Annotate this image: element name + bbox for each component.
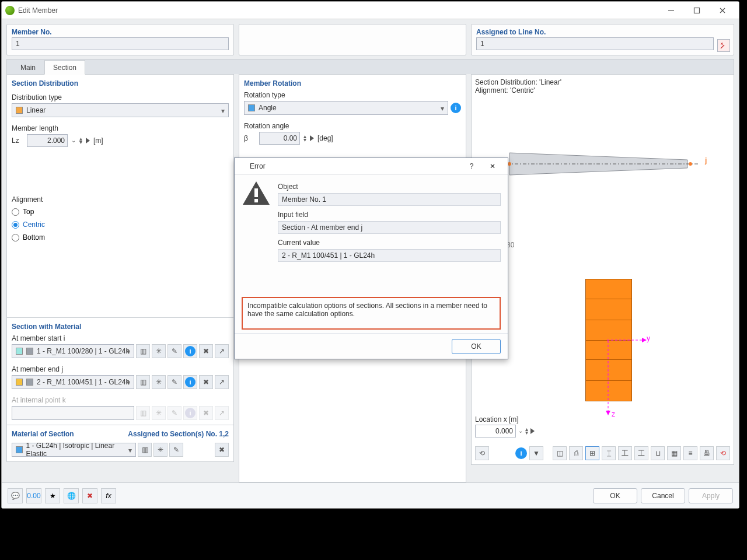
svg-rect-14 <box>254 199 258 202</box>
ok-button[interactable]: OK <box>593 488 637 503</box>
rotation-type-label: Rotation type <box>244 91 461 99</box>
error-footer: OK <box>235 333 508 359</box>
grid-button[interactable]: ▦ <box>667 446 681 460</box>
rotation-angle-input[interactable] <box>259 132 300 145</box>
chevron-down-icon: ▾ <box>128 446 132 454</box>
spinner-icon[interactable]: ▴▾ <box>79 137 82 144</box>
spinner-icon[interactable]: ▴▾ <box>303 135 306 142</box>
info-button[interactable]: i <box>451 103 461 113</box>
axis-y-label: y <box>647 334 650 342</box>
edit-section-button[interactable]: ✎ <box>167 375 181 389</box>
edit-material-button[interactable]: ✎ <box>169 443 183 457</box>
z-axis-icon <box>605 341 611 416</box>
view-axes-button[interactable]: ⊞ <box>585 446 599 460</box>
app-icon <box>5 6 15 15</box>
clear-button[interactable]: ✖ <box>82 488 97 503</box>
new-section-button[interactable]: ✳ <box>152 375 166 389</box>
pick-line-button[interactable] <box>717 39 730 52</box>
rotation-angle-label: Rotation angle <box>244 122 461 130</box>
library-button[interactable]: ▥ <box>136 375 150 389</box>
length-symbol: Lz <box>12 136 23 145</box>
edit-section-button[interactable]: ✎ <box>167 344 181 358</box>
info-icon: i <box>185 377 196 387</box>
spinner-icon[interactable]: ▴▾ <box>525 428 528 435</box>
assigned-line-input[interactable] <box>476 37 714 50</box>
reset-view-button[interactable]: ⟲ <box>716 446 730 460</box>
close-button[interactable]: ✕ <box>482 159 503 173</box>
new-material-button[interactable]: ✳ <box>153 443 167 457</box>
material-of-section-group: Material of Section Assigned to Section(… <box>6 425 234 462</box>
alignment-top[interactable]: Top <box>12 205 229 218</box>
toggle-3d-button[interactable]: ⟲ <box>475 446 489 460</box>
location-value[interactable]: 0.000 <box>475 425 516 438</box>
app-icon <box>239 162 247 170</box>
pick-button[interactable]: ↗ <box>215 375 229 389</box>
tab-main[interactable]: Main <box>12 60 44 75</box>
material-select[interactable]: 1 - GL24h | Isotropic | Linear Elastic ▾ <box>12 443 136 457</box>
error-object-value: Member No. 1 <box>278 193 501 206</box>
chevron-down-icon[interactable]: ⌄ <box>71 139 76 142</box>
delete-button[interactable]: ✖ <box>215 443 229 457</box>
taper-diagram <box>507 149 699 178</box>
info-button[interactable]: i <box>183 375 197 389</box>
list-button[interactable]: ≡ <box>683 446 697 460</box>
minimize-button[interactable] <box>658 2 684 19</box>
info-button[interactable]: i <box>183 344 197 358</box>
chevron-down-icon[interactable]: ⌄ <box>518 429 523 433</box>
rotation-type-select[interactable]: Angle ▾ <box>244 101 448 115</box>
pick-button[interactable]: ↗ <box>215 344 229 358</box>
error-ok-button[interactable]: OK <box>452 339 501 354</box>
info-button[interactable]: i <box>515 447 527 459</box>
help-button[interactable]: ? <box>461 159 482 173</box>
preview-toolbar: ⟲ i ▼ ◫ ⎙ ⊞ ⌶ 工 工 ⊔ ▦ ≡ 🖶 <box>475 446 730 461</box>
member-no-input[interactable] <box>12 37 229 50</box>
assigned-sections-label: Assigned to Section(s) No. 1,2 <box>128 430 229 442</box>
view-2-button[interactable]: ⌶ <box>602 446 616 460</box>
alignment-bottom[interactable]: Bottom <box>12 231 229 244</box>
info-button: i <box>183 406 197 420</box>
member-length-input[interactable] <box>27 134 68 147</box>
close-button[interactable] <box>710 2 735 19</box>
alignment-centric[interactable]: Centric <box>12 218 229 231</box>
view-5-button[interactable]: ⊔ <box>651 446 665 460</box>
maximize-button[interactable] <box>684 2 710 19</box>
dialog-footer: 💬 0.00 ★ 🌐 ✖ fx OK Cancel Apply <box>2 482 739 508</box>
swatch-icon <box>26 379 33 386</box>
section-distribution-group: Section Distribution Distribution type L… <box>6 74 234 318</box>
print-button[interactable]: ⎙ <box>569 446 583 460</box>
distribution-type-select[interactable]: Linear ▾ <box>12 103 229 117</box>
view-4-button[interactable]: 工 <box>634 446 648 460</box>
error-current-value: 2 - R_M1 100/451 | 1 - GL24h <box>278 249 501 262</box>
distribution-type-value: Linear <box>26 106 46 114</box>
library-button[interactable]: ▥ <box>136 344 150 358</box>
cancel-button[interactable]: Cancel <box>641 488 685 503</box>
tab-section[interactable]: Section <box>44 60 85 75</box>
section-j-select[interactable]: 2 - R_M1 100/451 | 1 - GL24h ▾ <box>12 375 134 389</box>
error-title: Error <box>250 162 266 170</box>
swatch-icon <box>16 107 23 114</box>
apply-button[interactable]: Apply <box>689 488 733 503</box>
tab-bar: Main Section <box>6 59 734 74</box>
help-button[interactable]: 💬 <box>8 488 23 503</box>
internal-point-k-label: At internal point k <box>12 396 229 404</box>
units-button[interactable]: 0.00 <box>26 488 41 503</box>
play-icon[interactable] <box>310 135 314 141</box>
new-section-button[interactable]: ✳ <box>152 344 166 358</box>
printer-button[interactable]: 🖶 <box>700 446 714 460</box>
script-button[interactable]: 🌐 <box>64 488 79 503</box>
delete-button[interactable]: ✖ <box>199 375 213 389</box>
view-1-button[interactable]: ◫ <box>553 446 567 460</box>
alignment-bottom-label: Bottom <box>23 233 45 242</box>
section-i-select[interactable]: 1 - R_M1 100/280 | 1 - GL24h ▾ <box>12 344 134 358</box>
formula-button[interactable]: fx <box>101 488 116 503</box>
library-button[interactable]: ▥ <box>138 443 152 457</box>
titlebar: Edit Member <box>2 2 739 19</box>
filter-button[interactable]: ▼ <box>529 446 543 460</box>
play-icon[interactable] <box>530 428 535 434</box>
swatch-icon <box>26 348 33 355</box>
delete-button[interactable]: ✖ <box>199 344 213 358</box>
view-3-button[interactable]: 工 <box>618 446 632 460</box>
play-icon[interactable] <box>86 138 90 144</box>
favorite-button[interactable]: ★ <box>45 488 60 503</box>
preview-line2: Alignment: 'Centric' <box>475 86 730 94</box>
